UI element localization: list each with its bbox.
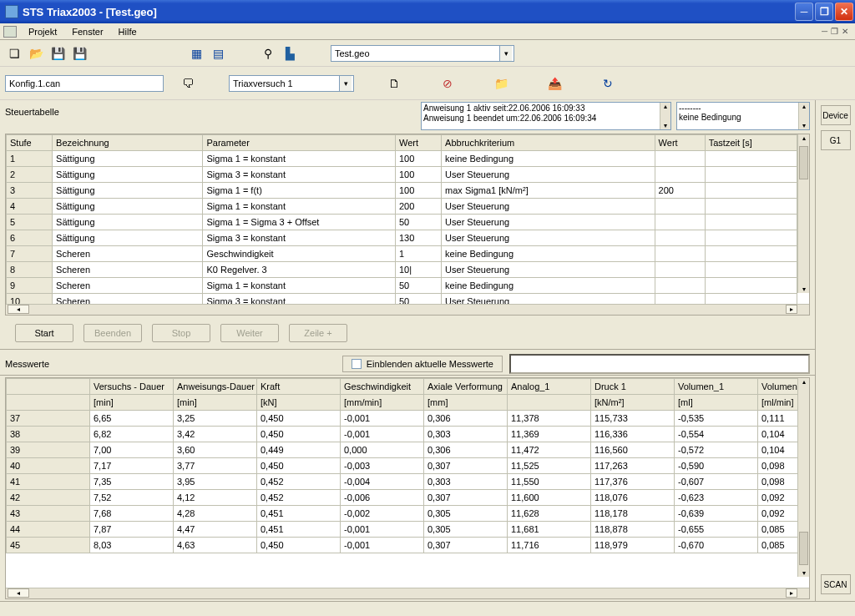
cell[interactable] — [655, 151, 705, 167]
table-row[interactable]: 437,684,280,451-0,0020,30511,628118,178-… — [7, 506, 810, 522]
cell[interactable]: Sigma 1 = konstant — [203, 278, 395, 294]
cell[interactable]: -0,590 — [675, 458, 758, 474]
table-row[interactable]: 376,653,250,450-0,0010,30611,378115,733-… — [7, 411, 810, 427]
file-combo[interactable]: Test.geo — [331, 45, 514, 62]
row-number[interactable]: 6 — [7, 230, 53, 246]
measurement-table-grid[interactable]: Versuchs - DauerAnweisungs-DauerKraftGes… — [6, 378, 809, 553]
cell[interactable]: 0,307 — [424, 538, 508, 553]
row-number[interactable]: 45 — [7, 538, 90, 553]
cell[interactable]: 11,600 — [508, 490, 591, 506]
cell[interactable]: 0,000 — [341, 442, 424, 458]
table-row[interactable]: 386,823,420,450-0,0010,30311,369116,336-… — [7, 427, 810, 442]
column-header[interactable]: Kraft — [257, 379, 341, 395]
cell[interactable]: 0,303 — [424, 427, 508, 442]
table-row[interactable]: 4SättigungSigma 1 = konstant200User Steu… — [7, 199, 797, 215]
cell[interactable]: 50 — [395, 215, 441, 230]
cell[interactable]: Scheren — [53, 262, 203, 278]
column-header[interactable]: Anweisungs-Dauer — [174, 379, 257, 395]
cell[interactable]: -0,002 — [341, 506, 424, 522]
cell[interactable] — [705, 199, 797, 215]
cell[interactable]: 7,17 — [90, 458, 174, 474]
vscrollbar[interactable] — [797, 378, 809, 577]
cell[interactable]: keine Bedingung — [442, 246, 655, 262]
table-row[interactable]: 10ScherenSigma 3 = konstant50User Steuer… — [7, 294, 797, 305]
cell[interactable]: keine Bedingung — [442, 278, 655, 294]
cell[interactable]: 118,076 — [591, 490, 675, 506]
chart-icon[interactable]: ▙ — [281, 44, 299, 63]
table-row[interactable]: 5SättigungSigma 1 = Sigma 3 + Offset50Us… — [7, 215, 797, 230]
row-number[interactable]: 37 — [7, 411, 90, 427]
cell[interactable]: 0,449 — [257, 442, 341, 458]
cell[interactable]: 0,452 — [257, 490, 341, 506]
mdi-close-icon[interactable]: ✕ — [842, 27, 848, 36]
open-folder-button[interactable]: 📁 — [476, 74, 526, 93]
cell[interactable]: Sättigung — [53, 230, 203, 246]
cell[interactable]: 3,42 — [174, 427, 257, 442]
row-number[interactable]: 40 — [7, 458, 90, 474]
menu-projekt[interactable]: Projekt — [22, 25, 63, 38]
cell[interactable]: 4,47 — [174, 522, 257, 538]
export-button[interactable]: 📤 — [529, 74, 579, 93]
cell[interactable]: 50 — [395, 278, 441, 294]
cell[interactable] — [705, 183, 797, 199]
open-icon[interactable]: 📂 — [27, 44, 45, 63]
cell[interactable]: 6,65 — [90, 411, 174, 427]
table-row[interactable]: 2SättigungSigma 3 = konstant100User Steu… — [7, 167, 797, 183]
cell[interactable]: 7,52 — [90, 490, 174, 506]
cell[interactable]: -0,639 — [675, 506, 758, 522]
cell[interactable]: 0,450 — [257, 411, 341, 427]
table-row[interactable]: 6SättigungSigma 3 = konstant130User Steu… — [7, 230, 797, 246]
cell[interactable]: K0 Regelver. 3 — [203, 262, 395, 278]
cell[interactable]: 4,12 — [174, 490, 257, 506]
note-icon[interactable]: 🗨 — [179, 74, 197, 93]
refresh-button[interactable]: ↻ — [583, 74, 633, 93]
cell[interactable] — [705, 151, 797, 167]
hscrollbar[interactable] — [6, 588, 809, 598]
cell[interactable]: -0,655 — [675, 522, 758, 538]
column-header[interactable]: Tastzeit [s] — [705, 135, 797, 151]
cell[interactable]: 0,307 — [424, 458, 508, 474]
row-number[interactable]: 43 — [7, 506, 90, 522]
cell[interactable]: 6,82 — [90, 427, 174, 442]
cell[interactable]: 3,60 — [174, 442, 257, 458]
checkbox-icon[interactable] — [352, 359, 362, 369]
cell[interactable]: 11,378 — [508, 411, 591, 427]
cell[interactable]: 10| — [395, 262, 441, 278]
cell[interactable]: -0,572 — [675, 442, 758, 458]
cell[interactable]: User Steuerung — [442, 230, 655, 246]
cell[interactable]: -0,004 — [341, 474, 424, 490]
cell[interactable] — [655, 230, 705, 246]
cell[interactable]: 100 — [395, 183, 441, 199]
table-row[interactable]: 397,003,600,4490,0000,30611,472116,560-0… — [7, 442, 810, 458]
cell[interactable]: -0,623 — [675, 490, 758, 506]
column-header[interactable] — [7, 379, 90, 395]
cell[interactable]: 0,451 — [257, 506, 341, 522]
cell[interactable]: 115,733 — [591, 411, 675, 427]
table-row[interactable]: 3SättigungSigma 1 = f(t)100max Sigma1 [k… — [7, 183, 797, 199]
zeile-button[interactable]: Zeile + — [289, 324, 347, 342]
table-row[interactable]: 458,034,630,450-0,0010,30711,716118,979-… — [7, 538, 810, 553]
cell[interactable]: 0,305 — [424, 506, 508, 522]
cell[interactable]: 0,306 — [424, 442, 508, 458]
table-row[interactable]: 407,173,770,450-0,0030,30711,525117,263-… — [7, 458, 810, 474]
cell[interactable]: User Steuerung — [442, 215, 655, 230]
table-row[interactable]: 1SättigungSigma 1 = konstant100keine Bed… — [7, 151, 797, 167]
cell[interactable]: 3,77 — [174, 458, 257, 474]
cell[interactable] — [705, 167, 797, 183]
row-number[interactable]: 4 — [7, 199, 53, 215]
cell[interactable]: -0,001 — [341, 411, 424, 427]
cell[interactable]: Scheren — [53, 294, 203, 305]
grid-view-icon[interactable]: ▦ — [187, 44, 205, 63]
cell[interactable]: 200 — [655, 183, 705, 199]
cell[interactable]: 3,25 — [174, 411, 257, 427]
row-number[interactable]: 38 — [7, 427, 90, 442]
cell[interactable]: -0,670 — [675, 538, 758, 553]
cell[interactable]: -0,535 — [675, 411, 758, 427]
column-header[interactable]: Analog_1 — [508, 379, 591, 395]
g1-button[interactable]: G1 — [821, 130, 851, 150]
table-row[interactable]: 7ScherenGeschwindigkeit1keine Bedingung — [7, 246, 797, 262]
cell[interactable]: 11,716 — [508, 538, 591, 553]
cell[interactable] — [705, 294, 797, 305]
cell[interactable]: Sigma 3 = konstant — [203, 167, 395, 183]
cell[interactable] — [655, 278, 705, 294]
